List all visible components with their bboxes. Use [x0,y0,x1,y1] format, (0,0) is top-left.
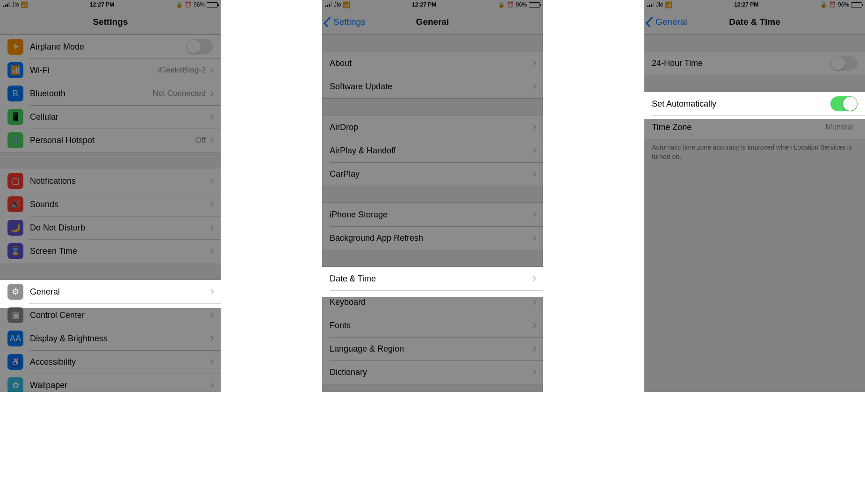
row-language[interactable]: Language & Region [322,337,543,360]
row-dictionary[interactable]: Dictionary [322,360,543,384]
wifi-icon: 📶 [343,1,350,8]
row-label: Notifications [30,176,209,186]
nav-bar: Settings General [322,9,543,35]
row-detail: Not Connected [153,89,206,98]
row-control-center[interactable]: ▣ Control Center [0,303,221,327]
battery-pct: 96% [194,1,205,8]
row-label: CarPlay [330,169,532,179]
chevron-right-icon [531,148,536,153]
24-hour-toggle[interactable] [830,56,858,71]
row-keyboard[interactable]: Keyboard [322,290,543,314]
row-about[interactable]: About [322,51,543,75]
status-bar: Jio 📶 12:27 PM 🔒 ⏰ 96% [0,0,221,9]
moon-icon: 🌙 [7,220,23,236]
row-label: Control Center [30,310,209,320]
row-label: Set Automatically [652,99,830,109]
row-fonts[interactable]: Fonts [322,314,543,337]
row-label: Software Update [330,82,532,92]
row-label: Screen Time [30,246,209,256]
row-bluetooth[interactable]: B Bluetooth Not Connected [0,82,221,105]
row-label: Date & Time [330,274,532,284]
chevron-right-icon [209,91,214,96]
alarm-icon: ⏰ [829,1,836,8]
row-cellular[interactable]: 📱 Cellular [0,105,221,129]
row-software-update[interactable]: Software Update [322,75,543,98]
battery-pct: 96% [516,1,527,8]
airplane-toggle[interactable] [186,39,213,54]
back-button[interactable]: Settings [326,9,366,34]
row-time-zone[interactable]: Time Zone Mumbai [644,115,865,139]
row-accessibility[interactable]: ♿ Accessibility [0,350,221,374]
row-sounds[interactable]: 🔊 Sounds [0,193,221,216]
row-label: Keyboard [330,297,532,307]
row-label: Sounds [30,200,209,209]
row-detail: iGeeksBlog-2 [158,65,206,75]
row-general[interactable]: ⚙ General [0,280,221,303]
chevron-right-icon [531,171,536,176]
wallpaper-icon: ✿ [7,377,23,392]
wifi-icon: 📶 [21,1,28,8]
page-title: Settings [93,17,128,27]
screen-general: Jio 📶 12:27 PM 🔒 ⏰ 96% Settings General … [322,0,543,392]
chevron-right-icon [209,248,214,253]
row-dnd[interactable]: 🌙 Do Not Disturb [0,216,221,239]
chevron-right-icon [209,67,214,72]
row-display[interactable]: AA Display & Brightness [0,327,221,350]
signal-icon [647,2,654,7]
page-title: Date & Time [729,17,780,27]
screen-settings: Jio 📶 12:27 PM 🔒 ⏰ 96% Settings ✈ Airpla… [0,0,221,392]
back-label: General [656,17,687,27]
row-label: Personal Hotspot [30,136,195,145]
chevron-left-icon [324,16,334,27]
battery-icon [851,2,862,7]
chevron-right-icon [531,369,536,374]
chevron-right-icon [531,212,536,217]
row-hotspot[interactable]: 🔗 Personal Hotspot Off [0,129,221,152]
row-label: AirPlay & Handoff [330,146,532,156]
row-set-automatically[interactable]: Set Automatically [644,92,865,115]
battery-icon [529,2,540,7]
notifications-icon: ▢ [7,173,23,189]
row-date-time[interactable]: Date & Time [322,267,543,290]
lock-icon: 🔒 [176,1,183,8]
carrier-label: Jio [656,1,663,8]
row-wallpaper[interactable]: ✿ Wallpaper [0,374,221,392]
gear-icon: ⚙ [7,284,23,300]
alarm-icon: ⏰ [185,1,192,8]
row-airplane[interactable]: ✈ Airplane Mode [0,35,221,58]
footer-note: Automatic time zone accuracy is improved… [644,139,865,161]
row-storage[interactable]: iPhone Storage [322,203,543,226]
row-detail: Mumbai [826,122,854,132]
back-button[interactable]: General [648,9,687,34]
row-24-hour[interactable]: 24-Hour Time [644,51,865,75]
chevron-right-icon [209,382,214,388]
row-background-refresh[interactable]: Background App Refresh [322,226,543,250]
row-wifi[interactable]: 📶 Wi-Fi iGeeksBlog-2 [0,58,221,82]
chevron-right-icon [531,235,536,240]
alarm-icon: ⏰ [507,1,514,8]
chevron-right-icon [209,289,214,294]
row-label: Time Zone [652,122,826,132]
hotspot-icon: 🔗 [7,132,23,148]
row-airplay[interactable]: AirPlay & Handoff [322,139,543,162]
chevron-right-icon [209,225,214,230]
chevron-right-icon [531,346,536,351]
clock: 12:27 PM [412,1,436,8]
row-notifications[interactable]: ▢ Notifications [0,169,221,193]
chevron-right-icon [209,312,214,317]
wifi-icon: 📶 [665,1,672,8]
row-label: Wi-Fi [30,65,158,75]
chevron-right-icon [531,323,536,328]
set-auto-toggle[interactable] [830,96,858,111]
nav-bar: General Date & Time [644,9,865,35]
row-airdrop[interactable]: AirDrop [322,115,543,139]
row-label: Do Not Disturb [30,223,209,233]
chevron-right-icon [531,276,536,281]
display-icon: AA [7,331,23,346]
row-screentime[interactable]: ⌛ Screen Time [0,239,221,263]
chevron-right-icon [209,202,214,207]
row-label: General [30,287,209,297]
chevron-right-icon [209,137,214,143]
row-carplay[interactable]: CarPlay [322,162,543,186]
row-label: Fonts [330,321,532,331]
